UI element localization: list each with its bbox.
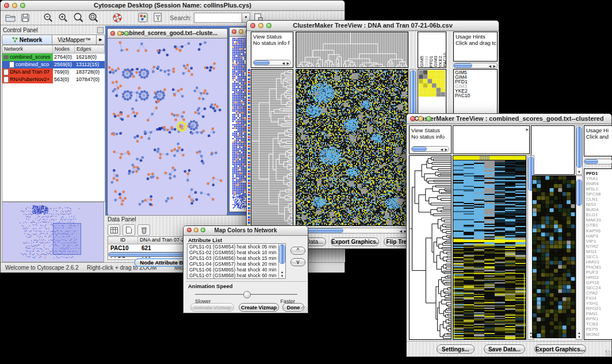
gene-label[interactable]: MSL1 (586, 186, 612, 191)
gene-label[interactable]: HAP3 (586, 233, 612, 239)
detail-heatmap-panel[interactable] (532, 175, 576, 338)
gene-label[interactable]: MON2 (586, 332, 612, 337)
gene-label[interactable]: RPN1 (586, 316, 612, 321)
move-down-button[interactable]: v (290, 258, 305, 266)
gene-label[interactable]: PAN1 (586, 311, 612, 316)
zoom-out-button[interactable] (42, 12, 55, 24)
gene-label[interactable]: YRA1 (586, 176, 612, 181)
network-table-header[interactable]: NetworkNodesEdges (2, 45, 105, 53)
usage-hints-hscrollbar[interactable]: ◀▶ (453, 63, 498, 68)
network-row[interactable]: combined_sco2569(6)13112(15) (2, 61, 105, 68)
attribute-list-item[interactable]: GPL51-07 (GSM868) heat shock 60 min (189, 273, 285, 279)
gene-label[interactable]: NTR2 (586, 244, 612, 249)
minimize-button[interactable] (117, 31, 122, 36)
network-view-canvas[interactable] (108, 39, 227, 215)
slider-thumb[interactable] (243, 291, 251, 298)
network-row[interactable]: RNAPuberNov2+563(0)107847(0) (2, 76, 105, 83)
attribute-listbox[interactable]: GPL51-01 (GSM854) heat shock 05 minGPL51… (187, 243, 286, 279)
column-label[interactable]: YKE2 (438, 56, 442, 67)
gene-label[interactable]: PFD1 (586, 171, 612, 176)
treeview2-titlebar[interactable]: ClusterMaker TreeView : combined_scores_… (407, 114, 611, 124)
column-label[interactable]: GIM4 (424, 56, 429, 67)
save-data-button[interactable]: Save Data... (484, 344, 525, 354)
create-vizmap-button[interactable]: Create Vizmap (239, 303, 279, 312)
gene-label[interactable]: ELG1 (586, 212, 612, 217)
column-header-id[interactable]: ID (108, 237, 138, 244)
column-labels-vscrollbar[interactable]: ▼ (576, 125, 583, 175)
view-status-hscrollbar[interactable]: ◀▶ (411, 146, 449, 152)
zoom-fit-button[interactable] (72, 12, 85, 24)
vizmapper-icon-button[interactable] (136, 12, 149, 24)
gene-label[interactable]: MAK31 (586, 217, 612, 223)
filter-icon-button[interactable] (151, 12, 164, 24)
gene-label[interactable]: YSH1 (586, 301, 612, 306)
column-tree-area[interactable]: ▶ (453, 125, 530, 154)
minimize-button[interactable] (194, 228, 198, 232)
gene-label[interactable]: FIG4 (586, 296, 612, 301)
zoom-selected-button[interactable] (87, 12, 100, 24)
close-button[interactable] (232, 29, 236, 34)
column-header[interactable]: Edges (75, 45, 105, 53)
column-label[interactable]: PAC10 (442, 53, 447, 67)
tab-network[interactable]: Network (2, 35, 52, 45)
close-button[interactable] (187, 228, 192, 232)
view-status-hscrollbar[interactable]: ◀▶ (253, 60, 291, 66)
zoom-window-button[interactable] (124, 31, 129, 36)
minimize-button[interactable] (258, 23, 263, 28)
gene-label[interactable]: NIS1 (586, 202, 612, 207)
gene-label[interactable]: MSI1 (586, 249, 612, 254)
column-label[interactable]: GIM5 (419, 56, 424, 67)
gene-label[interactable]: BUD4 (586, 207, 612, 212)
export-graphics-button[interactable]: Export Graphics... (534, 344, 586, 354)
network-row[interactable]: combined_scores2764(0)16218(0) (2, 53, 105, 61)
column-label[interactable]: PFD1 (429, 56, 433, 67)
move-up-button[interactable]: ^ (290, 247, 305, 255)
gene-label[interactable]: PHO81 (586, 265, 612, 270)
delete-attribute-button[interactable] (137, 224, 150, 236)
gene-label[interactable]: GTB1 (586, 223, 612, 228)
heatmap-hscrollbar[interactable]: ◀▶ (296, 228, 408, 233)
gene-label[interactable]: RNR4 (586, 181, 612, 186)
zoom-window-button[interactable] (20, 3, 25, 8)
gene-label[interactable]: KAP95 (586, 228, 612, 233)
settings-button[interactable]: Settings... (437, 344, 475, 354)
column-dendrogram[interactable] (296, 32, 408, 68)
row-label[interactable]: PAC10 (455, 93, 497, 98)
usage-hints-hscrollbar[interactable] (584, 159, 612, 164)
gene-label[interactable]: PUF3 (586, 270, 612, 275)
cytoscape-titlebar[interactable]: Cytoscape Desktop (Session Name: collins… (1, 1, 345, 11)
minimize-button[interactable] (12, 3, 17, 8)
float-panel-icon[interactable] (97, 27, 104, 33)
gene-label[interactable]: SPC98 (586, 191, 612, 197)
resize-grip[interactable] (605, 350, 611, 356)
help-lifering-icon[interactable] (111, 12, 124, 24)
gene-label[interactable]: CLN1 (586, 197, 612, 202)
gene-label[interactable]: VIP1 (586, 239, 612, 244)
row-dendrogram[interactable] (409, 155, 452, 340)
column-header[interactable]: Nodes (53, 45, 75, 53)
search-input[interactable] (194, 13, 242, 22)
export-graphics-button[interactable]: Export Graphics... (331, 237, 379, 246)
select-attributes-button[interactable] (108, 224, 120, 236)
dialog-titlebar[interactable]: Map Colors to Network (183, 226, 308, 236)
treeview1-titlebar[interactable]: ClusterMaker TreeView : DNA and Tran 07-… (247, 21, 499, 31)
animate-vizmap-button[interactable]: Animate Vizmap (190, 303, 234, 312)
zoom-in-button[interactable] (57, 12, 70, 24)
gene-label[interactable]: SEC1 (586, 254, 612, 259)
heatmap-panel[interactable] (296, 69, 408, 226)
gene-label[interactable]: RPO21 (586, 306, 612, 311)
gene-label[interactable]: HRD3 (586, 275, 612, 280)
column-label[interactable]: GIM3 (433, 56, 438, 67)
network-row[interactable]: DNA and Tran 07769(0)183728(0) (2, 68, 105, 76)
tab-overflow-button[interactable]: ▶ (97, 35, 105, 45)
network-overview-canvas[interactable] (2, 202, 104, 262)
gene-label[interactable]: GPI16 (586, 280, 612, 285)
gene-label[interactable]: TCB3 (586, 321, 612, 327)
gene-label[interactable]: PEP5 (586, 327, 612, 332)
create-attribute-button[interactable] (123, 224, 135, 236)
save-button[interactable] (19, 12, 32, 24)
attribute-list-vscrollbar[interactable]: ▲▼ (278, 244, 285, 278)
tab-vizmapper[interactable]: VizMapper™ (52, 35, 97, 45)
network-overview-panel[interactable] (2, 202, 104, 262)
heatmap-panel[interactable] (453, 155, 526, 340)
